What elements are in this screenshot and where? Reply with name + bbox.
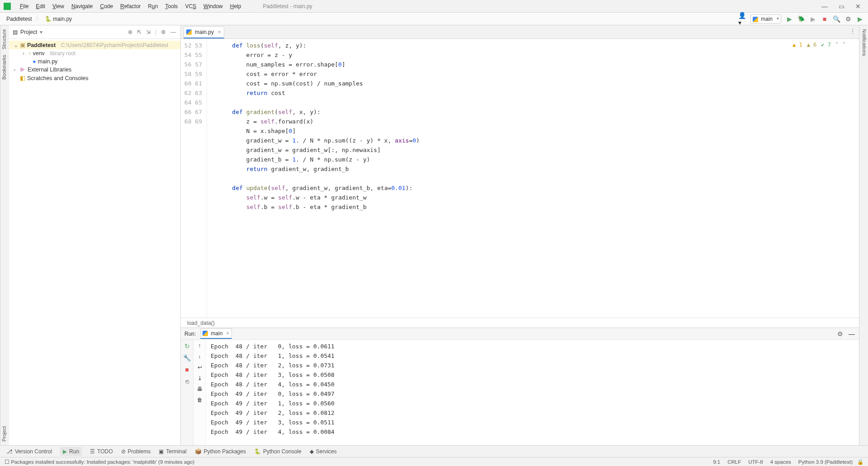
run-anything-icon[interactable]: ▶: [856, 15, 863, 23]
code-area[interactable]: def loss(self, z, y): error = z - y num_…: [207, 39, 859, 318]
menu-run[interactable]: Run: [144, 1, 161, 11]
tree-scratches-row[interactable]: ◧ Scratches and Consoles: [9, 74, 180, 82]
tree-external-row[interactable]: › ⫸ External Libraries: [9, 66, 180, 74]
clear-icon[interactable]: 🗑: [197, 397, 203, 403]
bookmarks-stripe-button[interactable]: Bookmarks: [1, 55, 8, 80]
menu-file[interactable]: File: [16, 1, 32, 11]
breadcrumb-file[interactable]: 🐍 main.py: [43, 15, 74, 23]
tab-more-icon[interactable]: ⋮: [850, 28, 855, 34]
editor-breadcrumb-item[interactable]: load_data(): [187, 320, 215, 326]
project-stripe-button[interactable]: Project: [1, 426, 8, 442]
code-editor[interactable]: 52 53 54 55 56 57 58 59 60 61 62 63 64 6…: [181, 39, 859, 318]
exit-icon[interactable]: ⎋: [185, 378, 189, 385]
up-arrow-icon[interactable]: ↑: [198, 342, 201, 349]
menu-window[interactable]: Window: [200, 1, 226, 11]
right-tool-stripe: Notifications: [859, 25, 868, 445]
stop-button-icon[interactable]: ■: [821, 15, 828, 23]
tree-file-row[interactable]: ● main.py: [9, 57, 180, 66]
search-icon[interactable]: 🔍: [833, 15, 840, 23]
project-view-title[interactable]: Project: [20, 29, 37, 35]
collapse-all-icon[interactable]: ⇲: [145, 28, 151, 36]
line-gutter: 52 53 54 55 56 57 58 59 60 61 62 63 64 6…: [181, 39, 207, 318]
caret-right-icon[interactable]: ›: [14, 67, 18, 73]
select-opened-file-icon[interactable]: ⊕: [127, 28, 133, 36]
editor-tab-mainpy[interactable]: main.py ×: [184, 26, 224, 38]
weak-warning-icon[interactable]: ▲ 6: [807, 42, 817, 48]
menu-navigate[interactable]: Navigate: [68, 1, 96, 11]
status-interpreter[interactable]: Python 3.9 (Paddletest): [798, 459, 853, 465]
btab-run[interactable]: ▶Run: [60, 447, 82, 456]
folder-icon: ▣: [20, 42, 25, 48]
rerun-icon[interactable]: ↻: [184, 342, 190, 350]
add-user-icon[interactable]: 👤▾: [739, 15, 746, 23]
chevron-down-icon[interactable]: ˅: [843, 42, 845, 48]
btab-todo[interactable]: ☰TODO: [90, 448, 113, 455]
hide-run-icon[interactable]: ―: [848, 330, 855, 338]
settings-icon[interactable]: ⚙: [844, 15, 852, 23]
btab-version-control[interactable]: ⎇Version Control: [6, 448, 52, 455]
project-view-chevron-icon[interactable]: ▾: [40, 29, 42, 35]
debug-button-icon[interactable]: 🪲: [797, 15, 805, 23]
status-encoding[interactable]: UTF-8: [748, 459, 763, 465]
close-run-tab-icon[interactable]: ×: [226, 330, 229, 337]
project-settings-icon[interactable]: ⚙: [160, 28, 167, 36]
scroll-end-icon[interactable]: ⤓: [198, 375, 202, 381]
project-tool-window: ▤ Project ▾ ⊕ ⇱ ⇲ | ⚙ ― ⌄ ▣ Paddletest C…: [9, 25, 181, 445]
menu-tools[interactable]: Tools: [161, 1, 181, 11]
project-tree[interactable]: ⌄ ▣ Paddletest C:\Users\26074\PycharmPro…: [9, 39, 180, 84]
btab-python-packages[interactable]: 📦Python Packages: [195, 448, 246, 455]
caret-down-icon[interactable]: ⌄: [14, 42, 18, 48]
run-console[interactable]: Epoch 48 / iter 0, loss = 0.0611 Epoch 4…: [206, 340, 859, 445]
tree-root-row[interactable]: ⌄ ▣ Paddletest C:\Users\26074\PycharmPro…: [9, 41, 180, 49]
structure-stripe-button[interactable]: Structure: [1, 29, 8, 49]
editor-breadcrumb[interactable]: load_data(): [181, 318, 859, 328]
menu-vcs[interactable]: VCS: [181, 1, 200, 11]
menu-help[interactable]: Help: [226, 1, 245, 11]
btab-label: Terminal: [166, 448, 186, 455]
close-icon[interactable]: ✕: [855, 3, 861, 10]
run-button-icon[interactable]: ▶: [786, 15, 793, 23]
menu-refactor[interactable]: Refactor: [117, 1, 144, 11]
notifications-stripe-button[interactable]: Notifications: [862, 29, 867, 56]
services-icon: ◆: [310, 448, 314, 455]
chevron-up-icon[interactable]: ˄: [835, 42, 838, 48]
status-indent[interactable]: 4 spaces: [770, 459, 791, 465]
btab-problems[interactable]: ⊘Problems: [121, 448, 151, 455]
btab-services[interactable]: ◆Services: [310, 448, 337, 455]
run-tab-main[interactable]: main ×: [200, 328, 232, 339]
status-eol[interactable]: CRLF: [727, 459, 741, 465]
expand-all-icon[interactable]: ⇱: [136, 28, 142, 36]
breadcrumb-project[interactable]: Paddletest: [5, 15, 34, 23]
coverage-icon[interactable]: ▶̣: [809, 15, 816, 23]
lock-icon[interactable]: 🔒: [857, 459, 863, 465]
packages-icon: 📦: [195, 448, 202, 455]
inspections-widget[interactable]: ▲ 1 ▲ 6 ✔ 7 ˄ ˅: [793, 42, 845, 48]
typo-icon[interactable]: ✔ 7: [821, 42, 831, 48]
status-message[interactable]: Packages installed successfully: Install…: [11, 459, 194, 465]
menu-code[interactable]: Code: [96, 1, 117, 11]
soft-wrap-icon[interactable]: ↩: [198, 364, 202, 371]
status-message-icon: ☐: [5, 459, 9, 465]
tree-file-name: main.py: [38, 58, 58, 65]
print-icon[interactable]: 🖶: [197, 386, 203, 392]
wrench-icon[interactable]: 🔧: [183, 354, 191, 361]
stop-run-icon[interactable]: ■: [185, 366, 189, 373]
minimize-icon[interactable]: ―: [821, 3, 828, 10]
warning-icon[interactable]: ▲ 1: [793, 42, 802, 48]
app-logo-icon: [4, 3, 11, 10]
status-caret[interactable]: 9:1: [713, 459, 720, 465]
menu-edit[interactable]: Edit: [32, 1, 49, 11]
weak-warning-count: 6: [813, 42, 816, 48]
tree-venv-row[interactable]: › ▫ venv library root: [9, 49, 180, 57]
btab-python-console[interactable]: 🐍Python Console: [254, 448, 302, 455]
caret-right-icon[interactable]: ›: [23, 50, 27, 57]
hide-panel-icon[interactable]: ―: [170, 28, 177, 36]
tree-venv-name: venv: [33, 50, 44, 57]
down-arrow-icon[interactable]: ↓: [198, 353, 201, 360]
run-settings-icon[interactable]: ⚙: [836, 330, 844, 338]
close-tab-icon[interactable]: ×: [218, 29, 221, 35]
btab-terminal[interactable]: ▣Terminal: [159, 448, 186, 455]
menu-view[interactable]: View: [49, 1, 68, 11]
run-config-selector[interactable]: main: [750, 14, 781, 24]
maximize-icon[interactable]: ▭: [839, 3, 844, 10]
